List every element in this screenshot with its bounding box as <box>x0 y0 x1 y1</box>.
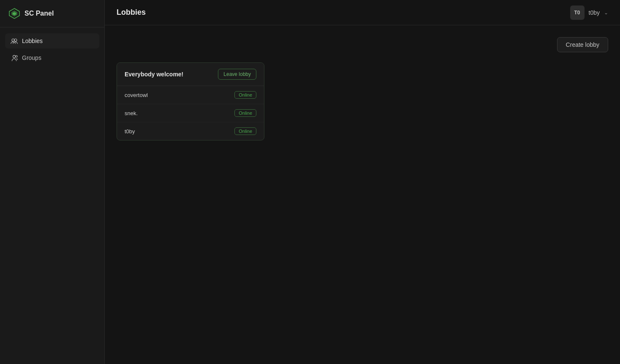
topbar: Lobbies T0 t0by ⌄ <box>105 0 620 25</box>
content-header: Create lobby <box>117 37 608 52</box>
table-row: covertowlOnline <box>117 86 264 104</box>
groups-icon <box>10 54 18 62</box>
page-title: Lobbies <box>117 8 146 17</box>
lobby-name: Everybody welcome! <box>125 71 183 78</box>
table-row: t0byOnline <box>117 122 264 140</box>
main-content: Lobbies T0 t0by ⌄ Create lobby Everybody… <box>105 0 620 364</box>
sidebar-logo: SC Panel <box>0 0 104 27</box>
svg-point-4 <box>14 38 16 41</box>
member-name: snek. <box>125 110 138 116</box>
lobby-members-list: covertowlOnlinesnek.Onlinet0byOnline <box>117 86 264 140</box>
member-name: t0by <box>125 128 135 135</box>
member-name: covertowl <box>125 92 148 98</box>
lobby-card-header: Everybody welcome! Leave lobby <box>117 63 264 86</box>
page-content: Create lobby Everybody welcome! Leave lo… <box>105 25 620 364</box>
topbar-user-area: T0 t0by ⌄ <box>570 5 608 20</box>
svg-point-5 <box>13 55 15 58</box>
sidebar-item-lobbies[interactable]: Lobbies <box>5 33 99 49</box>
sidebar: SC Panel Lobbies <box>0 0 105 364</box>
sidebar-item-groups[interactable]: Groups <box>5 50 99 65</box>
table-row: snek.Online <box>117 104 264 122</box>
status-badge: Online <box>234 91 256 99</box>
sidebar-navigation: Lobbies Groups <box>0 27 104 71</box>
sidebar-item-lobbies-label: Lobbies <box>22 38 43 44</box>
sidebar-item-groups-label: Groups <box>22 54 41 61</box>
svg-point-6 <box>15 55 17 57</box>
svg-point-3 <box>11 38 14 41</box>
lobbies-icon <box>10 37 18 45</box>
create-lobby-button[interactable]: Create lobby <box>557 37 608 52</box>
status-badge: Online <box>234 127 256 135</box>
user-menu-chevron-icon[interactable]: ⌄ <box>604 10 608 16</box>
status-badge: Online <box>234 109 256 117</box>
username-label[interactable]: t0by <box>589 9 600 16</box>
leave-lobby-button[interactable]: Leave lobby <box>218 69 256 80</box>
sc-panel-logo-icon <box>8 8 20 19</box>
app-name: SC Panel <box>24 10 54 17</box>
lobby-card: Everybody welcome! Leave lobby covertowl… <box>117 62 264 140</box>
user-avatar[interactable]: T0 <box>570 5 585 20</box>
